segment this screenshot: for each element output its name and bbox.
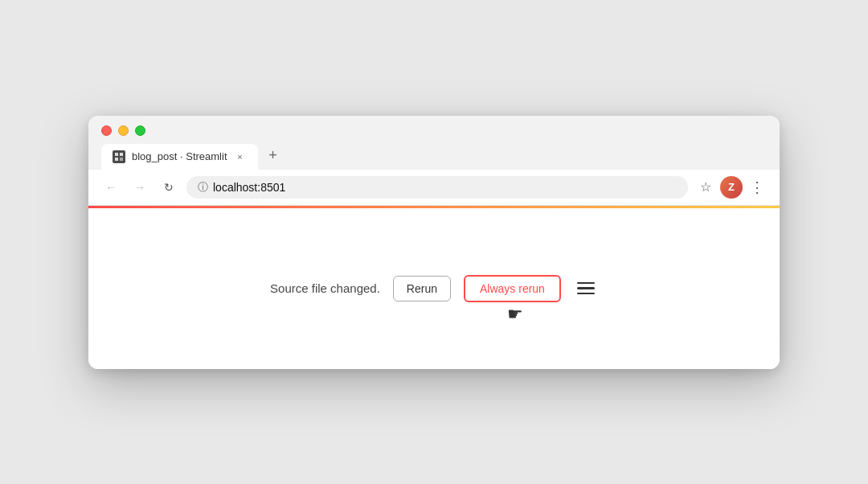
- browser-tab[interactable]: blog_post · Streamlit ×: [101, 144, 258, 170]
- always-rerun-wrapper: Always rerun ☛: [464, 275, 561, 302]
- notification-bar: Source file changed. Rerun Always rerun …: [270, 275, 598, 302]
- navigation-bar: ← → ↻ ⓘ localhost:8501 ☆ Z ⋮: [88, 170, 780, 206]
- forward-button[interactable]: →: [129, 176, 151, 199]
- svg-rect-2: [115, 158, 118, 161]
- browser-menu-button[interactable]: ⋮: [746, 176, 768, 199]
- new-tab-button[interactable]: +: [261, 144, 285, 168]
- maximize-window-button[interactable]: [135, 125, 145, 136]
- rerun-button[interactable]: Rerun: [393, 276, 451, 301]
- info-icon: ⓘ: [198, 180, 208, 195]
- tab-bar: blog_post · Streamlit × +: [101, 144, 767, 170]
- title-bar: blog_post · Streamlit × +: [88, 116, 780, 170]
- cursor-icon: ☛: [507, 304, 523, 325]
- svg-rect-0: [115, 153, 118, 156]
- page-content: Source file changed. Rerun Always rerun …: [88, 208, 780, 369]
- always-rerun-button[interactable]: Always rerun: [464, 275, 561, 302]
- hamburger-line-1: [577, 282, 595, 285]
- profile-avatar[interactable]: Z: [720, 176, 743, 199]
- notification-message: Source file changed.: [270, 281, 380, 295]
- reload-button[interactable]: ↻: [158, 176, 180, 199]
- tab-favicon: [113, 150, 125, 163]
- svg-rect-1: [120, 153, 123, 156]
- svg-rect-3: [120, 158, 123, 161]
- browser-window: blog_post · Streamlit × + ← → ↻ ⓘ localh…: [88, 116, 780, 369]
- hamburger-line-3: [577, 293, 595, 295]
- address-bar[interactable]: ⓘ localhost:8501: [186, 176, 688, 199]
- traffic-lights: [101, 125, 767, 136]
- minimize-window-button[interactable]: [118, 125, 129, 136]
- nav-actions: ☆ Z ⋮: [694, 176, 768, 199]
- bookmark-button[interactable]: ☆: [694, 176, 717, 199]
- hamburger-menu-button[interactable]: [574, 279, 598, 298]
- back-button[interactable]: ←: [100, 176, 122, 199]
- close-window-button[interactable]: [101, 125, 112, 136]
- hamburger-line-2: [577, 287, 595, 289]
- tab-title: blog_post · Streamlit: [132, 150, 227, 162]
- tab-close-button[interactable]: ×: [234, 150, 247, 163]
- address-text: localhost:8501: [213, 181, 285, 194]
